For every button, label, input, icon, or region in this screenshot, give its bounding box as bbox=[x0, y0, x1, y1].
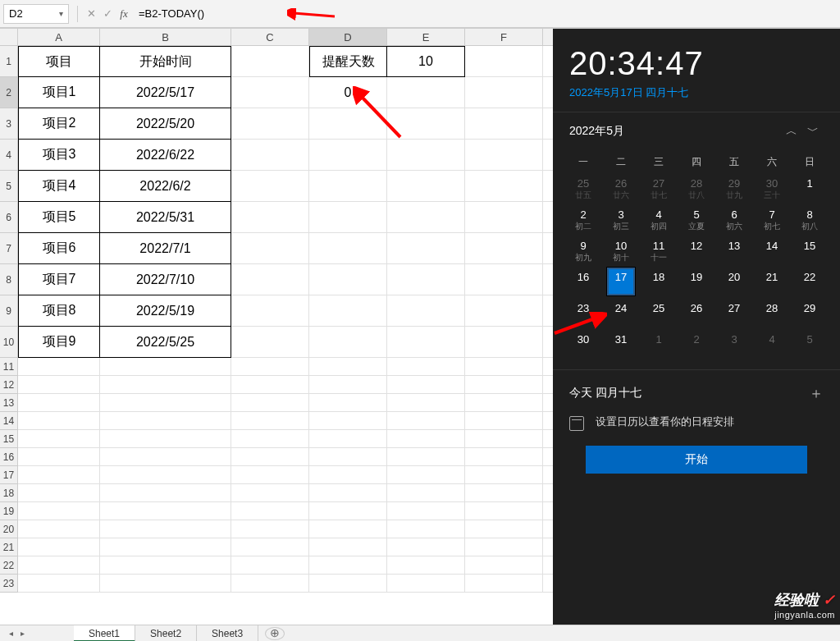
cell-D13[interactable] bbox=[309, 394, 387, 412]
cell-B10[interactable]: 2022/5/25 bbox=[100, 327, 231, 358]
row-header-3[interactable]: 3 bbox=[0, 108, 18, 140]
calendar-day[interactable]: 28廿八 bbox=[678, 174, 715, 205]
cell-D14[interactable] bbox=[309, 412, 387, 430]
col-header-F[interactable]: F bbox=[465, 29, 543, 45]
prev-month-icon[interactable]: ︿ bbox=[781, 124, 802, 139]
cell-C14[interactable] bbox=[231, 412, 309, 430]
row-header-17[interactable]: 17 bbox=[0, 466, 18, 484]
row-header-16[interactable]: 16 bbox=[0, 448, 18, 466]
cell-D16[interactable] bbox=[309, 448, 387, 466]
row-header-11[interactable]: 11 bbox=[0, 358, 18, 376]
cell-F19[interactable] bbox=[465, 502, 543, 520]
calendar-day[interactable]: 29廿九 bbox=[715, 174, 753, 205]
calendar-day[interactable]: 8初八 bbox=[791, 205, 829, 236]
clock-date[interactable]: 2022年5月17日 四月十七 bbox=[553, 85, 840, 112]
cell-E1[interactable]: 10 bbox=[387, 46, 465, 77]
name-box-dropdown-icon[interactable]: ▾ bbox=[59, 9, 63, 18]
sheet-tab-1[interactable]: Sheet1 bbox=[74, 625, 135, 642]
cell-C16[interactable] bbox=[231, 448, 309, 466]
calendar-day[interactable]: 13 bbox=[715, 236, 753, 268]
cell-A7[interactable]: 项目6 bbox=[18, 233, 100, 264]
cell-C20[interactable] bbox=[231, 520, 309, 538]
cell-E20[interactable] bbox=[387, 520, 465, 538]
cell-B15[interactable] bbox=[100, 430, 231, 448]
cell-A9[interactable]: 项目8 bbox=[18, 295, 100, 327]
calendar-day[interactable]: 2 bbox=[678, 330, 715, 361]
cell-C19[interactable] bbox=[231, 502, 309, 520]
cell-E12[interactable] bbox=[387, 376, 465, 394]
cell-F1[interactable] bbox=[465, 46, 543, 77]
cell-B18[interactable] bbox=[100, 484, 231, 502]
cell-F16[interactable] bbox=[465, 448, 543, 466]
cell-D8[interactable] bbox=[309, 264, 387, 295]
cell-B7[interactable]: 2022/7/1 bbox=[100, 233, 231, 264]
calendar-day[interactable]: 17 bbox=[602, 268, 640, 299]
cell-C21[interactable] bbox=[231, 538, 309, 556]
cell-C4[interactable] bbox=[231, 140, 309, 171]
col-header-C[interactable]: C bbox=[231, 29, 309, 45]
cell-A15[interactable] bbox=[18, 430, 100, 448]
add-event-icon[interactable]: ＋ bbox=[809, 383, 824, 403]
cell-C3[interactable] bbox=[231, 108, 309, 140]
cell-D1[interactable]: 提醒天数 bbox=[309, 46, 387, 77]
cell-A8[interactable]: 项目7 bbox=[18, 264, 100, 295]
cell-E13[interactable] bbox=[387, 394, 465, 412]
cell-A1[interactable]: 项目 bbox=[18, 46, 100, 77]
calendar-day[interactable]: 1 bbox=[640, 330, 678, 361]
row-header-23[interactable]: 23 bbox=[0, 575, 18, 593]
calendar-day[interactable]: 10初十 bbox=[602, 236, 640, 268]
cell-D17[interactable] bbox=[309, 466, 387, 484]
cell-F2[interactable] bbox=[465, 77, 543, 108]
cell-B4[interactable]: 2022/6/22 bbox=[100, 140, 231, 171]
col-header-B[interactable]: B bbox=[100, 29, 231, 45]
calendar-day[interactable]: 30三十 bbox=[753, 174, 791, 205]
cell-E8[interactable] bbox=[387, 264, 465, 295]
cell-D21[interactable] bbox=[309, 538, 387, 556]
cell-F11[interactable] bbox=[465, 358, 543, 376]
cell-E9[interactable] bbox=[387, 295, 465, 327]
cell-B2[interactable]: 2022/5/17 bbox=[100, 77, 231, 108]
cell-F21[interactable] bbox=[465, 538, 543, 556]
calendar-day[interactable]: 31 bbox=[602, 330, 640, 361]
cell-F18[interactable] bbox=[465, 484, 543, 502]
fx-icon[interactable]: fx bbox=[116, 7, 132, 21]
cell-A17[interactable] bbox=[18, 466, 100, 484]
next-month-icon[interactable]: ﹀ bbox=[802, 124, 824, 139]
calendar-day[interactable]: 27 bbox=[715, 299, 753, 330]
cell-E10[interactable] bbox=[387, 327, 465, 358]
cell-F17[interactable] bbox=[465, 466, 543, 484]
cell-F7[interactable] bbox=[465, 233, 543, 264]
calendar-day[interactable]: 5立夏 bbox=[678, 205, 715, 236]
calendar-day[interactable]: 28 bbox=[753, 299, 791, 330]
cell-C17[interactable] bbox=[231, 466, 309, 484]
cell-D12[interactable] bbox=[309, 376, 387, 394]
cell-B14[interactable] bbox=[100, 412, 231, 430]
cell-B13[interactable] bbox=[100, 394, 231, 412]
calendar-day[interactable]: 25廿五 bbox=[564, 174, 602, 205]
calendar-day[interactable]: 11十一 bbox=[640, 236, 678, 268]
cell-D11[interactable] bbox=[309, 358, 387, 376]
cell-F13[interactable] bbox=[465, 394, 543, 412]
cell-F8[interactable] bbox=[465, 264, 543, 295]
cell-A3[interactable]: 项目2 bbox=[18, 108, 100, 140]
row-header-14[interactable]: 14 bbox=[0, 412, 18, 430]
cell-D3[interactable] bbox=[309, 108, 387, 140]
cell-A13[interactable] bbox=[18, 394, 100, 412]
cell-D9[interactable] bbox=[309, 295, 387, 327]
row-header-4[interactable]: 4 bbox=[0, 140, 18, 171]
cell-D2[interactable]: 0 bbox=[309, 77, 387, 108]
cell-A12[interactable] bbox=[18, 376, 100, 394]
cell-C10[interactable] bbox=[231, 327, 309, 358]
row-header-19[interactable]: 19 bbox=[0, 502, 18, 520]
cell-A6[interactable]: 项目5 bbox=[18, 202, 100, 233]
row-header-9[interactable]: 9 bbox=[0, 295, 18, 327]
tab-nav-next-icon[interactable]: ▸ bbox=[16, 629, 28, 638]
calendar-day[interactable]: 29 bbox=[791, 299, 829, 330]
cell-E16[interactable] bbox=[387, 448, 465, 466]
cell-A14[interactable] bbox=[18, 412, 100, 430]
cell-F5[interactable] bbox=[465, 171, 543, 202]
calendar-day[interactable]: 9初九 bbox=[564, 236, 602, 268]
calendar-day[interactable]: 2初二 bbox=[564, 205, 602, 236]
cell-F3[interactable] bbox=[465, 108, 543, 140]
row-header-8[interactable]: 8 bbox=[0, 264, 18, 295]
